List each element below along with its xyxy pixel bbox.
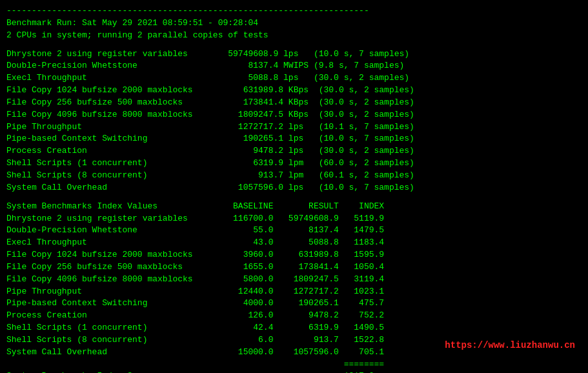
terminal-line: Process Creation 9478.2 lps (30.0 s, 2 s… (6, 145, 582, 157)
terminal-line: File Copy 256 bufsize 500 maxblocks 1655… (6, 261, 582, 274)
terminal-line: Double-Precision Whetstone 8137.4 MWIPS … (6, 60, 582, 72)
terminal-line: Shell Scripts (1 concurrent) 6319.9 lpm … (6, 157, 582, 170)
terminal-line: Shell Scripts (1 concurrent) 42.4 6319.9… (6, 322, 582, 334)
terminal-line: Benchmark Run: Sat May 29 2021 08:59:51 … (6, 17, 582, 30)
terminal-line: ----------------------------------------… (6, 5, 582, 17)
terminal-line: Dhrystone 2 using register variables 116… (6, 213, 582, 225)
terminal-output: ----------------------------------------… (6, 5, 582, 373)
terminal-line: Pipe-based Context Switching 190265.1 lp… (6, 133, 582, 145)
terminal-line: System Benchmarks Index Score 1317.9 (6, 370, 582, 373)
terminal-line: System Call Overhead 1057596.0 lps (10.0… (6, 182, 582, 194)
terminal-line: ======== (6, 359, 582, 371)
terminal-line: Pipe Throughput 1272717.2 lps (10.1 s, 7… (6, 121, 582, 134)
terminal-line: File Copy 4096 bufsize 8000 maxblocks 18… (6, 109, 582, 121)
terminal-line: Process Creation 126.0 9478.2 752.2 (6, 310, 582, 322)
spacer-line (6, 194, 582, 201)
terminal-line: Execl Throughput 5088.8 lps (30.0 s, 2 s… (6, 72, 582, 85)
spacer-line (6, 42, 582, 48)
terminal-line: Pipe Throughput 12440.0 1272717.2 1023.1 (6, 286, 582, 298)
terminal-line: File Copy 4096 bufsize 8000 maxblocks 58… (6, 274, 582, 286)
url-display: https://www.liuzhanwu.cn (445, 340, 575, 350)
terminal-line: Dhrystone 2 using register variables 597… (6, 48, 582, 61)
terminal-line: Double-Precision Whetstone 55.0 8137.4 1… (6, 225, 582, 237)
terminal-line: File Copy 256 bufsize 500 maxblocks 1738… (6, 97, 582, 109)
terminal-line: Pipe-based Context Switching 4000.0 1902… (6, 297, 582, 310)
terminal-line: File Copy 1024 bufsize 2000 maxblocks 63… (6, 85, 582, 97)
terminal-line: Execl Throughput 43.0 5088.8 1183.4 (6, 237, 582, 249)
terminal-line: Shell Scripts (8 concurrent) 913.7 lpm (… (6, 170, 582, 182)
terminal-line: File Copy 1024 bufsize 2000 maxblocks 39… (6, 249, 582, 261)
terminal-line: System Benchmarks Index Values BASELINE … (6, 201, 582, 213)
terminal-line: 2 CPUs in system; running 2 parallel cop… (6, 30, 582, 42)
